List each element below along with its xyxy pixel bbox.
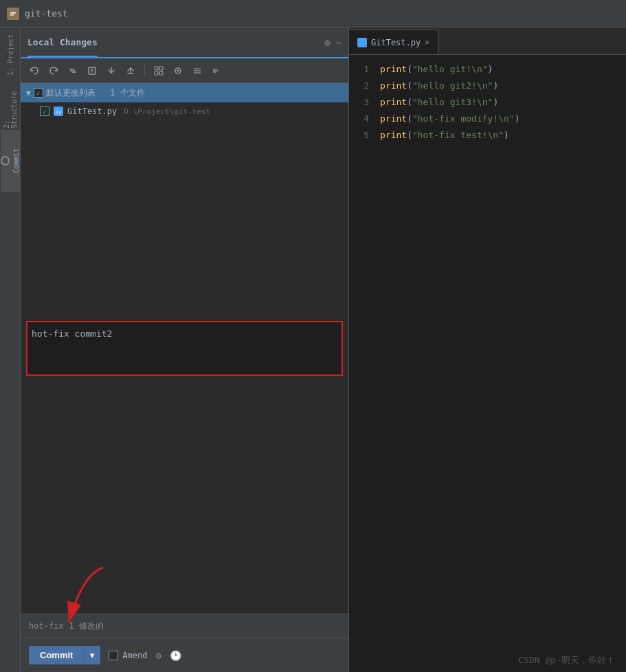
commit-button-group: Commit ▾ xyxy=(29,646,100,664)
watermark: CSDN @p-明天，你好！ xyxy=(518,654,615,667)
toolbar-separator xyxy=(144,65,145,77)
line-number-3: 3 xyxy=(349,97,380,107)
toolbar xyxy=(21,58,348,83)
toolbar-group-btn[interactable] xyxy=(150,63,167,79)
window-title: git-test xyxy=(25,8,68,19)
code-line-2: 2 print("hello git2!\n") xyxy=(349,77,626,93)
svg-text:py: py xyxy=(56,109,61,115)
line-number-1: 1 xyxy=(349,64,380,74)
sidebar-tab-structure[interactable]: 2: Structure xyxy=(1,80,20,128)
file-python-icon: py xyxy=(54,107,63,116)
sidebar-tab-commit[interactable]: Commit xyxy=(1,130,20,192)
svg-rect-2 xyxy=(10,14,14,16)
file-tree: ▼ ✓ 默认更改列表 1 个文件 ✓ py GitTest.py D:\Pro xyxy=(21,83,348,315)
line-content-3: print("hello git3!\n") xyxy=(380,97,498,107)
toolbar-push-btn[interactable] xyxy=(122,63,139,79)
amend-label[interactable]: Amend xyxy=(109,651,147,660)
settings-action-icon[interactable]: ⚙ xyxy=(156,650,161,661)
svg-point-24 xyxy=(359,40,365,45)
toolbar-diff-btn[interactable] xyxy=(65,63,81,79)
line-number-5: 5 xyxy=(349,130,380,140)
commit-message-text: hot-fix commit2 xyxy=(32,328,112,339)
toolbar-update-btn[interactable] xyxy=(103,63,120,79)
sidebar-tabs: 1: Project 2: Structure Commit xyxy=(0,27,21,672)
editor-tabs: GitTest.py ✕ xyxy=(349,27,626,55)
panel-title: Local Changes xyxy=(27,37,98,57)
amend-checkbox[interactable] xyxy=(109,651,118,660)
svg-point-15 xyxy=(177,69,179,71)
code-line-5: 5 print("hot-fix test!\n") xyxy=(349,126,626,143)
editor-tab-icon xyxy=(357,38,367,47)
commit-button[interactable]: Commit xyxy=(29,646,84,664)
svg-rect-12 xyxy=(155,71,158,75)
file-checkbox[interactable]: ✓ xyxy=(40,107,49,116)
code-line-4: 4 print("hot-fix modify!\n") xyxy=(349,110,626,126)
group-label: 默认更改列表 1 个文件 xyxy=(46,87,145,99)
line-number-2: 2 xyxy=(349,80,380,91)
line-content-4: print("hot-fix modify!\n") xyxy=(380,113,520,124)
code-line-1: 1 print("hello git!\n") xyxy=(349,60,626,77)
commit-message-area[interactable]: hot-fix commit2 xyxy=(26,321,343,376)
right-panel: GitTest.py ✕ 1 print("hello git!\n") 2 p… xyxy=(349,27,626,672)
branch-name: hot-fix xyxy=(29,621,64,631)
line-content-5: print("hot-fix test!\n") xyxy=(380,130,509,140)
panel-header-actions: ⚙ − xyxy=(324,37,342,48)
left-panel: Local Changes ⚙ − xyxy=(21,27,349,672)
svg-rect-0 xyxy=(9,10,17,18)
minimize-icon[interactable]: − xyxy=(336,37,342,48)
toolbar-shelve-btn[interactable] xyxy=(84,63,100,79)
file-path: D:\Project\git-test xyxy=(124,107,210,116)
toolbar-sort-btn[interactable] xyxy=(208,63,225,79)
settings-icon[interactable]: ⚙ xyxy=(324,37,330,48)
editor-tab-gittest[interactable]: GitTest.py ✕ xyxy=(349,30,438,54)
line-content-2: print("hello git2!\n") xyxy=(380,80,498,91)
svg-rect-13 xyxy=(159,71,163,75)
panel-header: Local Changes ⚙ − xyxy=(21,27,348,58)
line-number-4: 4 xyxy=(349,113,380,124)
sidebar-tab-project[interactable]: 1: Project xyxy=(1,31,20,79)
bottom-spacer xyxy=(21,381,348,614)
file-name: GitTest.py xyxy=(67,107,117,116)
main-layout: 1: Project 2: Structure Commit Local Cha… xyxy=(0,27,626,672)
svg-rect-11 xyxy=(159,67,163,70)
title-bar: git-test xyxy=(0,0,626,27)
editor-tab-name: GitTest.py xyxy=(371,38,421,47)
history-action-icon[interactable]: 🕐 xyxy=(170,650,181,661)
svg-rect-1 xyxy=(10,12,16,14)
changes-count: 1 修改的 xyxy=(69,620,104,632)
group-checkbox[interactable]: ✓ xyxy=(34,88,43,98)
code-area: 1 print("hello git!\n") 2 print("hello g… xyxy=(349,55,626,672)
toolbar-view-btn[interactable] xyxy=(170,63,186,79)
svg-rect-10 xyxy=(155,67,158,70)
toolbar-expand-btn[interactable] xyxy=(189,63,205,79)
commit-icon xyxy=(1,156,10,166)
commit-dropdown-button[interactable]: ▾ xyxy=(84,646,100,664)
code-line-3: 3 print("hello git3!\n") xyxy=(349,93,626,110)
toolbar-refresh-btn[interactable] xyxy=(26,63,43,79)
toolbar-rollback-btn[interactable] xyxy=(45,63,62,79)
tree-file-row[interactable]: ✓ py GitTest.py D:\Project\git-test xyxy=(21,102,348,120)
action-bar: Commit ▾ Amend ⚙ 🕐 xyxy=(21,638,348,672)
tree-group-header[interactable]: ▼ ✓ 默认更改列表 1 个文件 xyxy=(21,83,348,102)
status-bar: hot-fix 1 修改的 xyxy=(21,614,348,638)
tree-collapse-icon: ▼ xyxy=(26,89,31,98)
editor-tab-close-icon[interactable]: ✕ xyxy=(425,38,429,47)
app-icon xyxy=(7,8,19,20)
line-content-1: print("hello git!\n") xyxy=(380,64,493,74)
